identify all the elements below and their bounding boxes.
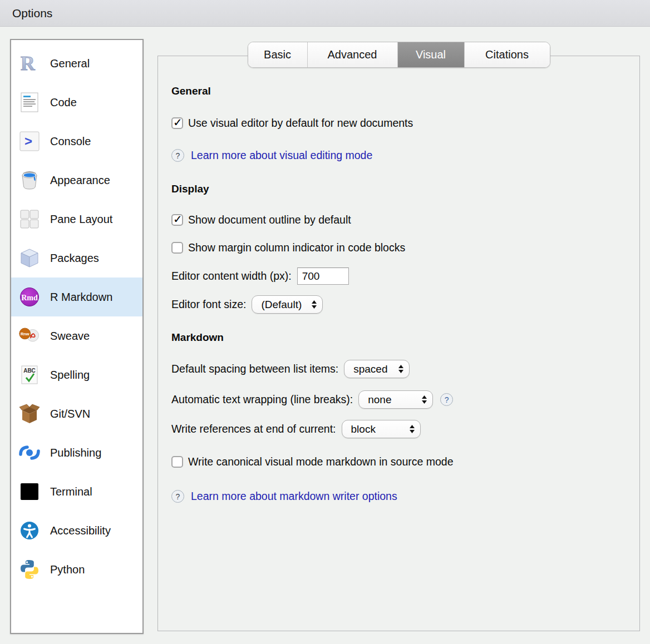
code-document-icon xyxy=(19,91,40,113)
sweave-icon: Rnw xyxy=(19,325,40,347)
general-section-heading-row: General xyxy=(171,85,211,97)
sidebar-item-pane-layout[interactable]: Pane Layout xyxy=(11,200,142,239)
paint-bucket-icon xyxy=(19,169,40,191)
editor-content-width-input[interactable] xyxy=(297,267,349,285)
show-margin-checkbox[interactable] xyxy=(171,242,183,254)
sidebar-item-sweave[interactable]: Rnw Sweave xyxy=(11,316,142,355)
window-titlebar: Options xyxy=(0,0,650,27)
editor-font-size-row: Editor font size: (Default) xyxy=(171,295,323,314)
sidebar-label: Pane Layout xyxy=(50,213,112,226)
sidebar-item-publishing[interactable]: Publishing xyxy=(11,433,142,472)
show-outline-row: Show document outline by default xyxy=(171,214,351,226)
sidebar-label: General xyxy=(50,57,90,70)
canonical-markdown-checkbox[interactable] xyxy=(171,456,183,468)
markdown-section-heading-row: Markdown xyxy=(171,331,224,344)
editor-font-size-select[interactable]: (Default) xyxy=(252,295,323,314)
sidebar-item-code[interactable]: Code xyxy=(11,83,142,122)
references-label: Write references at end of current: xyxy=(171,423,336,435)
show-outline-label: Show document outline by default xyxy=(188,214,351,226)
editor-font-size-label: Editor font size: xyxy=(171,298,246,311)
publishing-icon xyxy=(19,442,40,464)
list-spacing-row: Default spacing between list items: spac… xyxy=(171,360,410,378)
sidebar-item-appearance[interactable]: Appearance xyxy=(11,161,142,200)
package-cube-icon xyxy=(19,247,40,269)
sidebar-item-r-markdown[interactable]: Rmd R Markdown xyxy=(11,278,142,316)
select-arrows-icon xyxy=(311,300,317,309)
tab-advanced[interactable]: Advanced xyxy=(308,42,398,67)
canonical-markdown-row: Write canonical visual mode markdown in … xyxy=(171,455,454,468)
sidebar-item-python[interactable]: Python xyxy=(11,550,142,589)
svg-text:ABC: ABC xyxy=(23,368,36,374)
list-spacing-label: Default spacing between list items: xyxy=(171,363,338,375)
svg-text:Rmd: Rmd xyxy=(21,294,38,302)
svg-text:R: R xyxy=(21,52,36,75)
settings-panel: Basic Advanced Visual Citations General … xyxy=(157,56,640,631)
sidebar-label: Console xyxy=(50,135,91,148)
python-icon xyxy=(19,558,40,581)
sidebar-item-terminal[interactable]: Terminal xyxy=(11,472,142,511)
sidebar-item-git-svn[interactable]: Git/SVN xyxy=(11,394,142,433)
tab-basic[interactable]: Basic xyxy=(248,42,308,67)
rmarkdown-icon: Rmd xyxy=(19,286,40,308)
options-sidebar: R General Code > Console Appearance Pane… xyxy=(10,39,144,634)
markdown-heading: Markdown xyxy=(171,331,224,344)
markdown-writer-help-row: Learn more about markdown writer options xyxy=(171,490,397,503)
help-icon[interactable] xyxy=(171,490,184,503)
sidebar-label: Python xyxy=(50,563,85,576)
select-arrows-icon xyxy=(409,424,415,434)
sidebar-item-accessibility[interactable]: Accessibility xyxy=(11,511,142,550)
sidebar-label: Terminal xyxy=(50,486,92,498)
terminal-icon xyxy=(19,480,40,503)
select-arrows-icon xyxy=(421,395,427,404)
text-wrapping-row: Automatic text wrapping (line breaks): n… xyxy=(171,390,453,409)
sidebar-label: Code xyxy=(50,96,77,109)
sidebar-label: Publishing xyxy=(50,447,101,459)
console-prompt-icon: > xyxy=(19,130,40,152)
select-arrows-icon xyxy=(398,364,404,374)
options-dialog: { "window": { "title": "Options" }, "sid… xyxy=(0,0,650,644)
use-visual-editor-label: Use visual editor by default for new doc… xyxy=(188,117,413,130)
show-margin-label: Show margin column indicator in code blo… xyxy=(188,241,405,254)
sidebar-item-packages[interactable]: Packages xyxy=(11,239,142,278)
sidebar-item-spelling[interactable]: ABC Spelling xyxy=(11,355,142,394)
references-row: Write references at end of current: bloc… xyxy=(171,420,421,438)
tab-citations[interactable]: Citations xyxy=(465,42,550,67)
pane-grid-icon xyxy=(19,208,40,230)
references-select[interactable]: block xyxy=(342,420,421,438)
text-wrapping-select[interactable]: none xyxy=(358,390,433,409)
help-icon[interactable] xyxy=(440,393,453,406)
sidebar-label: Packages xyxy=(50,252,99,265)
sidebar-label: Sweave xyxy=(50,330,90,343)
learn-more-markdown-writer-link[interactable]: Learn more about markdown writer options xyxy=(191,490,397,503)
svg-text:>: > xyxy=(24,133,32,148)
r-logo-icon: R xyxy=(19,52,40,75)
general-heading: General xyxy=(171,85,211,97)
help-icon[interactable] xyxy=(171,149,184,162)
list-spacing-value: spaced xyxy=(353,363,387,375)
accessibility-icon xyxy=(19,519,40,542)
display-section-heading-row: Display xyxy=(171,183,209,195)
sidebar-label: Git/SVN xyxy=(50,408,90,420)
sidebar-label: Accessibility xyxy=(50,524,111,537)
show-margin-row: Show margin column indicator in code blo… xyxy=(171,241,405,254)
list-spacing-select[interactable]: spaced xyxy=(344,360,410,378)
use-visual-editor-checkbox[interactable] xyxy=(171,117,183,129)
learn-more-visual-editing-link[interactable]: Learn more about visual editing mode xyxy=(191,149,372,162)
text-wrapping-label: Automatic text wrapping (line breaks): xyxy=(171,393,353,406)
sidebar-item-console[interactable]: > Console xyxy=(11,122,142,161)
use-visual-editor-row: Use visual editor by default for new doc… xyxy=(171,117,413,130)
sidebar-label: Appearance xyxy=(50,174,110,187)
tab-visual[interactable]: Visual xyxy=(398,42,465,67)
editor-width-row: Editor content width (px): xyxy=(171,267,349,285)
sidebar-label: R Markdown xyxy=(50,291,112,304)
canonical-markdown-label: Write canonical visual mode markdown in … xyxy=(188,455,454,468)
sidebar-item-general[interactable]: R General xyxy=(11,44,142,83)
references-value: block xyxy=(351,423,376,435)
display-heading: Display xyxy=(171,183,209,195)
window-title: Options xyxy=(12,7,52,20)
settings-tabbar: Basic Advanced Visual Citations xyxy=(248,42,550,68)
spellcheck-icon: ABC xyxy=(19,364,40,386)
visual-editing-help-row: Learn more about visual editing mode xyxy=(171,149,372,162)
sidebar-label: Spelling xyxy=(50,369,90,382)
show-outline-checkbox[interactable] xyxy=(171,214,183,226)
